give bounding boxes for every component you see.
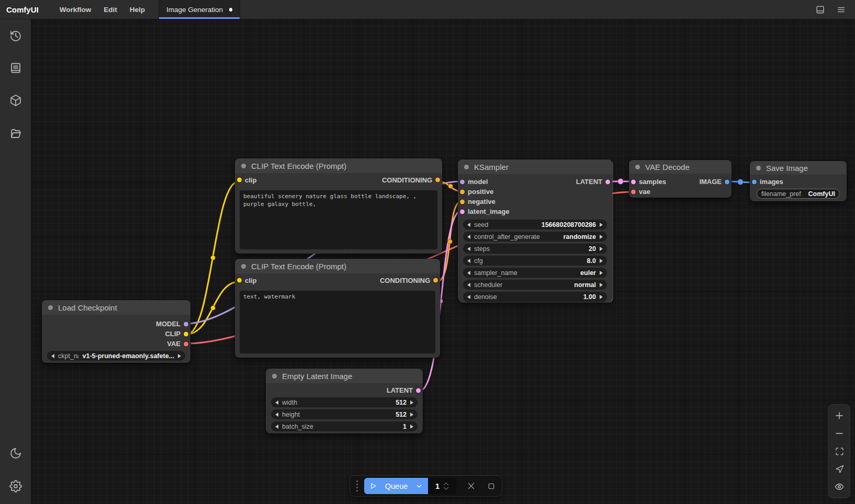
clear-queue-button[interactable] [467, 482, 476, 490]
output-slot-vae[interactable] [184, 341, 188, 346]
zoom-in-button[interactable] [831, 409, 847, 422]
prev-value-arrow-icon[interactable] [51, 354, 54, 358]
node-load-checkpoint[interactable]: Load Checkpoint MODEL CLIP VAE ckpt_name… [42, 300, 190, 363]
prev-value-arrow-icon[interactable] [467, 295, 470, 299]
next-value-arrow-icon[interactable] [600, 235, 603, 239]
node-header[interactable]: KSampler [458, 159, 612, 174]
node-save-image[interactable]: Save Image images filename_prefix ComfyU… [750, 161, 847, 201]
input-slot-vae[interactable] [631, 189, 636, 194]
prev-value-arrow-icon[interactable] [275, 400, 278, 405]
next-value-arrow-icon[interactable] [178, 354, 181, 358]
input-slot-model[interactable] [460, 179, 465, 184]
menu-workflow[interactable]: Workflow [53, 0, 98, 19]
settings-button[interactable] [4, 475, 27, 498]
collapse-dot-icon[interactable] [464, 165, 469, 169]
next-value-arrow-icon[interactable] [600, 259, 603, 263]
zoom-out-button[interactable] [831, 427, 847, 440]
input-slot-positive[interactable] [460, 189, 465, 194]
output-slot-conditioning[interactable] [433, 278, 438, 283]
node-header[interactable]: Empty Latent Image [266, 369, 423, 383]
batch-count-input[interactable]: 1 [428, 478, 456, 494]
chevron-down-icon[interactable] [415, 483, 423, 490]
prev-value-arrow-icon[interactable] [467, 247, 470, 251]
input-slot-latent-image[interactable] [460, 209, 465, 214]
output-slot-latent[interactable] [605, 179, 610, 184]
widget-filename-prefix[interactable]: filename_prefix ComfyUI [757, 189, 840, 199]
output-slot-latent[interactable] [416, 388, 421, 393]
widget-cfg[interactable]: cfg 8.0 [463, 256, 607, 266]
toggle-link-visibility-button[interactable] [831, 480, 847, 494]
prompt-textarea[interactable]: text, watermark [240, 291, 435, 353]
next-value-arrow-icon[interactable] [600, 283, 603, 287]
prev-value-arrow-icon[interactable] [467, 235, 470, 239]
output-slot-clip[interactable] [184, 331, 188, 336]
widget-width[interactable]: width 512 [271, 397, 418, 407]
widget-height[interactable]: height 512 [271, 409, 418, 419]
next-value-arrow-icon[interactable] [600, 223, 603, 227]
node-header[interactable]: CLIP Text Encode (Prompt) [235, 158, 442, 173]
input-slot-images[interactable] [752, 179, 757, 184]
prev-value-arrow-icon[interactable] [467, 271, 470, 275]
fit-view-button[interactable] [831, 444, 847, 458]
output-slot-conditioning[interactable] [435, 178, 440, 182]
input-slot-clip[interactable] [237, 178, 242, 182]
next-value-arrow-icon[interactable] [600, 295, 603, 299]
prev-value-arrow-icon[interactable] [467, 259, 470, 263]
theme-toggle-button[interactable] [4, 442, 27, 465]
increment-caret-icon[interactable] [443, 482, 449, 486]
widget-steps[interactable]: steps 20 [463, 244, 607, 254]
menu-help[interactable]: Help [123, 0, 151, 19]
sidebar-item-queue-history[interactable] [4, 25, 27, 48]
bottom-panel-toggle-button[interactable] [811, 2, 829, 17]
output-slot-image[interactable] [725, 179, 729, 184]
prev-value-arrow-icon[interactable] [275, 425, 278, 429]
prev-value-arrow-icon[interactable] [467, 283, 470, 287]
node-ksampler[interactable]: KSampler model LATENT positive negative … [458, 159, 612, 302]
workflow-tab[interactable]: Image Generation [159, 0, 240, 19]
widget-scheduler[interactable]: scheduler normal [463, 280, 607, 290]
collapse-dot-icon[interactable] [272, 374, 277, 379]
node-empty-latent-image[interactable]: Empty Latent Image LATENT width 512 heig… [266, 369, 423, 433]
sidebar-item-model-library[interactable] [4, 89, 27, 112]
next-value-arrow-icon[interactable] [410, 425, 413, 429]
widget-sampler-name[interactable]: sampler_name euler [463, 268, 607, 278]
main-menu-button[interactable] [832, 2, 850, 17]
prompt-textarea[interactable]: beautiful scenery nature glass bottle la… [240, 190, 437, 249]
sidebar-item-node-library[interactable] [4, 56, 27, 79]
prev-value-arrow-icon[interactable] [275, 413, 278, 417]
node-clip-text-encode-positive[interactable]: CLIP Text Encode (Prompt) clip CONDITION… [235, 158, 442, 254]
widget-control-after-generate[interactable]: control_after_generate randomize [463, 232, 607, 242]
output-slot-model[interactable] [184, 322, 188, 326]
node-clip-text-encode-negative[interactable]: CLIP Text Encode (Prompt) clip CONDITION… [235, 259, 440, 358]
next-value-arrow-icon[interactable] [410, 413, 413, 417]
next-value-arrow-icon[interactable] [410, 400, 413, 405]
collapse-dot-icon[interactable] [756, 166, 761, 170]
stop-button[interactable] [487, 482, 496, 490]
graph-canvas[interactable] [31, 19, 855, 504]
queue-button[interactable]: Queue [364, 478, 428, 494]
next-value-arrow-icon[interactable] [600, 271, 603, 275]
collapse-dot-icon[interactable] [48, 305, 53, 310]
sidebar-item-workflows[interactable] [4, 122, 27, 145]
widget-denoise[interactable]: denoise 1.00 [463, 292, 607, 302]
prev-value-arrow-icon[interactable] [467, 223, 470, 227]
menu-edit[interactable]: Edit [97, 0, 123, 19]
node-header[interactable]: Load Checkpoint [42, 300, 190, 315]
widget-seed[interactable]: seed 156680208700286 [463, 220, 607, 230]
collapse-dot-icon[interactable] [241, 264, 246, 269]
queue-bar-drag-handle[interactable] [356, 480, 358, 491]
collapse-dot-icon[interactable] [241, 164, 246, 168]
widget-batch-size[interactable]: batch_size 1 [271, 421, 418, 431]
next-value-arrow-icon[interactable] [600, 247, 603, 251]
node-vae-decode[interactable]: VAE Decode samples IMAGE vae [629, 160, 732, 198]
input-slot-negative[interactable] [460, 199, 465, 204]
decrement-caret-icon[interactable] [443, 487, 449, 490]
input-slot-clip[interactable] [237, 278, 242, 283]
node-header[interactable]: CLIP Text Encode (Prompt) [235, 259, 440, 273]
node-header[interactable]: Save Image [750, 161, 847, 175]
node-header[interactable]: VAE Decode [629, 160, 732, 174]
pan-mode-button[interactable] [831, 462, 847, 476]
input-slot-samples[interactable] [631, 179, 636, 184]
collapse-dot-icon[interactable] [635, 165, 640, 169]
widget-ckpt-name[interactable]: ckpt_name v1-5-pruned-emaonly.safete... [47, 351, 185, 361]
